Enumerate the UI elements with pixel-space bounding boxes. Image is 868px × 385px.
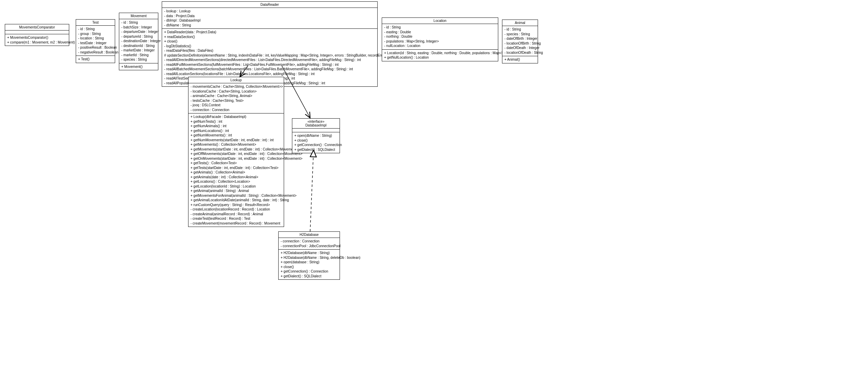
attr: - location : String	[78, 36, 113, 41]
attrs-section: - id : String - species : String - dateO…	[502, 26, 538, 56]
attr: - connection : Connection	[191, 108, 282, 112]
class-title: Movement	[119, 13, 158, 19]
attrs-section: - movementsCache : Cache<String, Collect…	[188, 83, 284, 113]
attr: - negativeResult : Boolean	[78, 50, 113, 55]
op: + getLocations() : Collection<Location>	[191, 179, 282, 184]
attr: - easting : Double	[384, 30, 496, 35]
attr: - dateOfDeath : Integer	[504, 46, 536, 50]
op: + getNumMovements(startDate : int, endDa…	[191, 138, 282, 143]
attrs-section	[5, 31, 69, 34]
attr: - animalsCache : Cache<String, Animal>	[191, 94, 282, 98]
class-animal: Animal - id : String - species : String …	[502, 20, 538, 63]
attr: - marketDate : Integer	[121, 48, 156, 53]
attr: - data : Project.Data	[164, 14, 375, 19]
class-lookup: Lookup - movementsCache : Cache<String, …	[188, 77, 284, 227]
op: - createTest(testRecord : Record) : Test	[191, 216, 282, 221]
op: + Lookup(dbFacade : DatabaseImpl)	[191, 115, 282, 119]
op: + getDialect() : SQLDialect	[294, 147, 338, 152]
attr: - locationsCache : Cache<String, Locatio…	[191, 89, 282, 94]
op: + Location(id : String, easting : Double…	[384, 51, 496, 56]
op: + open(database : String)	[281, 260, 338, 265]
op: - createAnimal(animalRecord : Record) : …	[191, 212, 282, 217]
op: + DataReader(data : Project.Data)	[164, 30, 375, 35]
attr: - species : String	[121, 57, 156, 62]
attr: - testsCache : Cache<String, Test>	[191, 98, 282, 103]
attrs-section: - id : String - easting : Double - north…	[382, 24, 498, 50]
class-title: Location	[382, 18, 498, 24]
op: + getConnection() : Connection	[281, 269, 338, 274]
class-movements-comparator: MovementsComparator + MovementsComparato…	[5, 24, 69, 46]
op: + Test()	[78, 57, 113, 62]
attr: - id : String	[78, 27, 113, 32]
attr: - id : String	[504, 27, 536, 32]
op: + close()	[294, 138, 338, 143]
op: - readAllLocationSections(locationsFile …	[164, 72, 375, 76]
attr: - marketId : String	[121, 53, 156, 58]
op: + getConnection() : Connection	[294, 143, 338, 147]
attr: - testDate : Integer	[78, 41, 113, 46]
ops-section: + Movement()	[119, 63, 158, 70]
class-title: Lookup	[188, 77, 284, 83]
class-location: Location - id : String - easting : Doubl…	[382, 17, 498, 61]
attr: - destinationDate : Integer	[121, 39, 156, 44]
attr: - lookup : Lookup	[164, 9, 375, 14]
attr: - connectionPool : JdbcConnectionPool	[281, 244, 338, 249]
attrs-section: - lookup : Lookup - data : Project.Data …	[162, 8, 377, 29]
op: + close()	[281, 265, 338, 269]
attr: - movementsCache : Cache<String, Collect…	[191, 84, 282, 89]
attr: - northing : Double	[384, 34, 496, 39]
op: + getNumLocations() : int	[191, 129, 282, 133]
attr: - locationOfBirth : String	[504, 41, 536, 46]
op: + getMovementsForAnimal(animalId : Strin…	[191, 193, 282, 198]
attr: - destinationId : String	[121, 44, 156, 48]
op: + getNumAnimals() : int	[191, 124, 282, 129]
class-data-reader: DataReader - lookup : Lookup - data : Pr…	[162, 1, 378, 87]
op: + getTests() : Collection<Test>	[191, 161, 282, 166]
op: + close()	[164, 39, 375, 44]
attr: - positiveResult : Boolean	[78, 45, 113, 50]
attr: - id : String	[121, 20, 156, 25]
op: + readDataSection()	[164, 35, 375, 39]
class-title: MovementsComparator	[5, 24, 69, 31]
op: # updateSectionDefiniton(elementName : S…	[164, 53, 375, 58]
attr: - batchSize : Integer	[121, 25, 156, 30]
op: + getNumMovements() : int	[191, 133, 282, 138]
op: + H2Database(dbName : String)	[281, 251, 338, 255]
attrs-section	[292, 129, 340, 132]
op: + getDialect() : SQLDialect	[281, 274, 338, 279]
attr: - nullLocation : Location	[384, 44, 496, 48]
op: + getNumTests() : int	[191, 119, 282, 124]
op: + getMovements() : Collection<Movement>	[191, 142, 282, 147]
op: + open(dbName : String)	[294, 133, 338, 138]
attr: - departureId : String	[121, 34, 156, 39]
op: - readAllFullMovementSections(fullMoveme…	[164, 62, 375, 67]
ops-section: + Lookup(dbFacade : DatabaseImpl) + getN…	[188, 113, 284, 227]
ops-section: + MovementsComparator() + compare(m1 : M…	[5, 34, 69, 46]
op: - createMovement(movementRecord : Record…	[191, 221, 282, 226]
attr: - locationOfDeath : String	[504, 50, 536, 55]
op: + getAnimalLocationIdAtDate(animalId : S…	[191, 198, 282, 203]
attr: - dbImpl : DatabaseImpl	[164, 18, 375, 23]
op: + compare(m1 : Movement, m2 : Movement) …	[7, 40, 67, 45]
ops-section: + Test()	[76, 56, 115, 63]
op: + getOnMovements(startDate : int, endDat…	[191, 156, 282, 161]
class-title: H2Database	[279, 232, 340, 238]
op: + Animal()	[504, 57, 536, 62]
op: + runCustomQuery(query : String) : Resul…	[191, 203, 282, 207]
op: + getAnimals(date : int) : Collection<An…	[191, 175, 282, 180]
attr: - departureDate : Integer	[121, 29, 156, 34]
op: - logDbStatistics()	[164, 44, 375, 49]
class-title: Test	[76, 20, 115, 26]
op: - readAllBatchedMovementSections(batchMo…	[164, 67, 375, 72]
op: + H2Database(dbName : String, deleteDb :…	[281, 255, 338, 260]
edge-h2database-databaseimpl	[310, 150, 314, 231]
ops-section: + Animal()	[502, 56, 538, 63]
op: - readAllDirectedMovementSections(direct…	[164, 58, 375, 62]
ops-section: + open(dbName : String) + close() + getC…	[292, 132, 340, 153]
attrs-section: - id : String - group : String - locatio…	[76, 26, 115, 56]
op: + getMovements(startDate : int, endDate …	[191, 147, 282, 152]
op: + getAnimals() : Collection<Animal>	[191, 170, 282, 175]
attrs-section: - id : String - batchSize : Integer - de…	[119, 19, 158, 63]
attr: - dateOfBirth : Integer	[504, 36, 536, 41]
attrs-section: - connection : Connection - connectionPo…	[279, 238, 340, 250]
